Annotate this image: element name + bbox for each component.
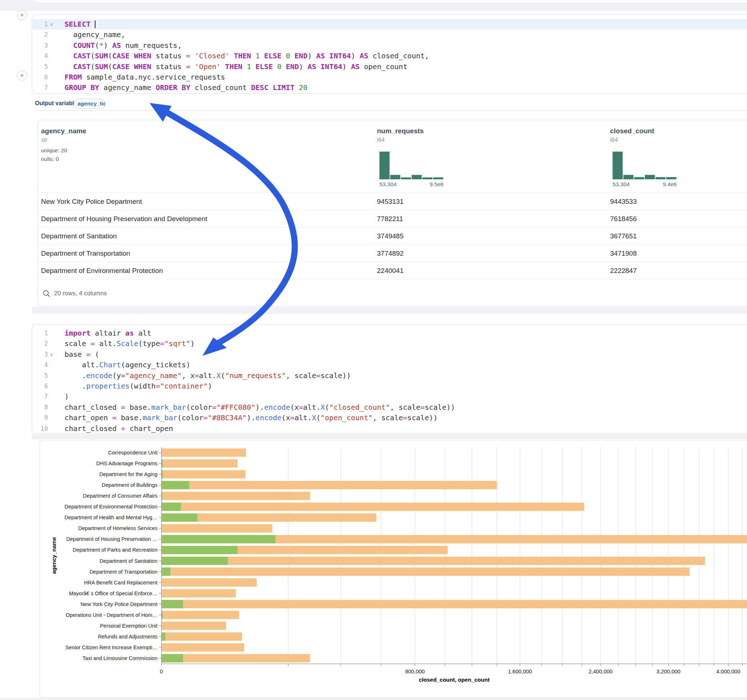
histogram-max-label: 9.5e6 [416,181,444,188]
table-row-agency-name: Department of Sanitation [41,228,117,245]
code-line: 6FROM sample_data.nyc.service_requests [32,72,747,83]
python-code-cell[interactable]: 1import altair as alt2scale = alt.Scale(… [32,324,747,433]
line-number: 8 [32,402,48,413]
bar-open_count [162,632,165,641]
y-tick-label: Correspondence Unit [108,450,157,456]
bar-closed_count [162,622,226,630]
code-text: .encode(y="agency_name", x=alt.X("num_re… [65,371,351,381]
code-text: alt.Chart(agency_tickets) [65,360,190,370]
table-row-agency-name: Department of Environmental Protection [41,262,163,279]
bar-closed_count [162,481,497,489]
line-number: 3 [32,40,48,51]
bar-closed_count [162,600,747,608]
line-number: 10 [32,424,48,434]
code-line: 3 COUNT(*) AS num_requests, [32,40,747,51]
result-table: agency_namestrunique: 20nulls: 0num_requ… [38,120,747,306]
text-caret [95,21,95,28]
cell-gap-1 [32,307,747,314]
bar-closed_count [162,643,244,652]
code-line: 2scale = alt.Scale(type="sqrt") [32,338,747,349]
line-number: 4 [32,360,48,370]
table-row-num-requests: 3774892 [377,245,404,262]
bar-closed_count [162,557,705,565]
y-tick-label: Mayorâ€ s Office of Special Enforce… [69,591,157,596]
y-tick-label: Department of Consumer Affairs [83,493,157,499]
output-variable-label: Output variable: [35,100,79,107]
histogram-min-label: 53,304 [612,181,629,188]
bar-closed_count [162,492,310,500]
y-tick-label: Department of Parks and Recreation [73,547,157,553]
search-icon[interactable] [43,290,50,297]
output-variable-pill[interactable]: agency_tickets [74,99,106,109]
table-row-closed-count: 2222847 [610,262,637,279]
previous-cell-bottom-edge [34,0,747,3]
code-text: SELECT [65,19,95,30]
notebook-page: + + 1∨SELECT 2 agency_name,3 COUNT(*) AS… [0,0,747,700]
line-number: 5 [32,62,48,72]
bar-open_count [162,557,228,565]
table-row-agency-name: Department of Housing Preservation and D… [41,210,207,228]
y-tick-label: Department of Environmental Protection [65,504,157,510]
x-axis-title: closed_count, open_count [419,677,489,683]
code-line: 7) [32,391,747,402]
y-tick-label: Senior Citizen Rent Increase Exempti… [66,644,157,650]
bar-closed_count [162,459,237,468]
column-header-name: closed_count [610,127,654,135]
table-row-closed-count: 3471908 [610,245,637,262]
line-number: 5 [32,371,48,381]
code-text: chart_closed = base.mark_bar(color="#FFC… [65,402,455,413]
code-text: chart_open = base.mark_bar(color="#8BC34… [65,413,438,423]
column-stat: nulls: 0 [41,156,59,162]
code-text: GROUP BY agency_name ORDER BY closed_cou… [65,83,307,93]
y-tick-label: Department of Transportation [89,569,157,575]
code-line: 4 alt.Chart(agency_tickets) [32,360,747,370]
y-tick-label: Operations Unit - Department of Hom… [66,612,157,618]
y-tick-label: Department of Homeless Services [78,525,157,531]
fold-chevron-icon[interactable]: ∨ [50,349,59,360]
column-header-name: num_requests [377,127,424,135]
bar-closed_count [162,503,584,511]
bar-closed_count [162,524,272,533]
y-tick-label: Refunds and Adjustments [98,634,157,640]
table-row-closed-count: 3677651 [610,228,637,245]
add-cell-button-below[interactable]: + [17,71,27,81]
histogram-max-label: 9.4e6 [649,181,677,188]
code-line: 8chart_closed = base.mark_bar(color="#FF… [32,402,747,413]
column-histogram [380,152,444,180]
x-tick-label: 4,000,000 [716,668,741,674]
code-line: 1import altair as alt [32,328,747,338]
column-histogram [612,152,677,180]
table-row-num-requests: 3749485 [377,228,404,245]
table-footer: 20 rows, 4 columns [54,285,107,302]
code-line: 2 agency_name, [32,30,747,40]
code-line: 3∨base = ( [32,349,747,360]
code-text: .properties(width="container") [65,381,212,391]
cell-gap-2 [32,434,747,439]
add-cell-button-top[interactable]: + [17,10,27,20]
output-variable-value: agency_tickets [77,101,106,107]
sql-code-cell[interactable]: 1∨SELECT 2 agency_name,3 COUNT(*) AS num… [32,14,747,94]
x-tick-label: 3,200,000 [656,668,681,674]
code-text: scale = alt.Scale(type="sqrt") [65,338,195,349]
bar-open_count [162,654,183,662]
column-header-type: str [41,137,48,143]
bar-closed_count [162,589,236,597]
bar-open_count [162,503,181,511]
x-tick-label: 1,600,000 [508,668,532,674]
line-number: 9 [32,413,48,423]
bar-open_count [162,535,276,543]
code-line: 5 CAST(SUM(CASE WHEN status = 'Open' THE… [32,62,747,72]
line-number: 7 [32,83,48,93]
y-tick-label: Department of Sanitation [100,558,157,564]
code-text: FROM sample_data.nyc.service_requests [65,72,225,83]
table-row-agency-name: Department of Transportation [41,245,130,262]
bar-closed_count [162,611,239,619]
bar-closed_count [162,654,310,662]
fold-chevron-icon[interactable]: ∨ [50,19,59,30]
code-line: 4 CAST(SUM(CASE WHEN status = 'Closed' T… [32,51,747,61]
section-divider [34,110,747,111]
y-tick-label: New York City Police Department [80,601,157,607]
code-line: 5 .encode(y="agency_name", x=alt.X("num_… [32,371,747,381]
column-header-name: agency_name [41,127,86,135]
code-line: 10chart_closed + chart_open [32,424,747,434]
